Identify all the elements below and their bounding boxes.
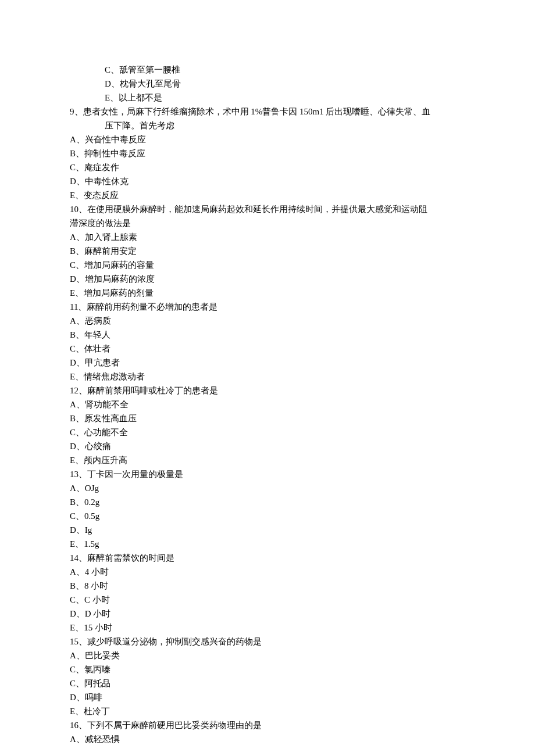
q14-stem: 14、麻醉前需禁饮的时间是 — [70, 551, 535, 565]
q13-option-e: E、1.5g — [70, 537, 535, 551]
q12-stem: 12、麻醉前禁用吗啡或杜冷丁的患者是 — [70, 384, 535, 397]
q11-stem: 11、麻醉前用药剂量不必增加的患者是 — [70, 300, 535, 314]
q11-option-a: A、恶病质 — [70, 314, 535, 328]
q13-option-c: C、0.5g — [70, 509, 535, 523]
q9-option-b: B、抑制性中毒反应 — [70, 146, 535, 160]
q14-option-b: B、8 小时 — [70, 579, 535, 593]
q15-option-a: A、巴比妥类 — [70, 648, 535, 662]
q11-option-e: E、情绪焦虑激动者 — [70, 370, 535, 384]
q9-option-c: C、庵症发作 — [70, 160, 535, 174]
q13-option-d: D、Ig — [70, 523, 535, 537]
q10-option-e: E、增加局麻药的剂量 — [70, 286, 535, 300]
q12-option-b: B、原发性高血压 — [70, 411, 535, 425]
q14-option-c: C、C 小时 — [70, 593, 535, 607]
q12-option-c: C、心功能不全 — [70, 425, 535, 439]
q15-option-b: C、氯丙嗪 — [70, 662, 535, 676]
q14-option-a: A、4 小时 — [70, 565, 535, 579]
q13-stem: 13、丁卡因一次用量的极量是 — [70, 467, 535, 481]
q11-option-b: B、年轻人 — [70, 328, 535, 342]
q13-option-a: A、OJg — [70, 481, 535, 495]
q14-option-e: E、15 小时 — [70, 621, 535, 635]
q10-option-c: C、增加局麻药的容量 — [70, 258, 535, 272]
q14-option-d: D、D 小时 — [70, 607, 535, 621]
q8-option-c: C、舐管至第一腰椎 — [70, 63, 535, 77]
q10-option-d: D、增加局麻药的浓度 — [70, 272, 535, 286]
q16-stem: 16、下列不属于麻醉前硬用巴比妥类药物理由的是 — [70, 718, 535, 732]
q9-stem-line1: 9、患者女性，局麻下行纤维瘤摘除术，术中用 1%普鲁卡因 150m1 后出现嗜睡… — [70, 105, 535, 119]
q10-option-b: B、麻醉前用安定 — [70, 244, 535, 258]
document-page: C、舐管至第一腰椎 D、枕骨大孔至尾骨 E、以上都不是 9、患者女性，局麻下行纤… — [0, 0, 535, 756]
q11-option-d: D、甲亢患者 — [70, 356, 535, 370]
q10-option-a: A、加入肾上腺素 — [70, 230, 535, 244]
q15-stem: 15、减少呼吸道分泌物，抑制副交感兴奋的药物是 — [70, 635, 535, 648]
q9-option-e: E、变态反应 — [70, 188, 535, 202]
q8-option-e: E、以上都不是 — [70, 91, 535, 105]
q9-stem-line2: 压下降。首先考虑 — [70, 119, 535, 132]
q13-option-b: B、0.2g — [70, 495, 535, 509]
q11-option-c: C、体壮者 — [70, 342, 535, 356]
q15-option-e: E、杜冷丁 — [70, 704, 535, 718]
q10-stem-line1: 10、在使用硬膜外麻醉时，能加速局麻药起效和延长作用持续时间，并提供最大感觉和运… — [70, 202, 535, 216]
q8-option-d: D、枕骨大孔至尾骨 — [70, 77, 535, 91]
q10-stem-line2: 滞深度的做法是 — [70, 216, 535, 230]
q12-option-e: E、颅内压升高 — [70, 453, 535, 467]
q12-option-d: D、心绞痛 — [70, 439, 535, 453]
q16-option-a: A、减轻恐惧 — [70, 732, 535, 746]
q9-option-d: D、中毒性休克 — [70, 174, 535, 188]
q12-option-a: A、肾功能不全 — [70, 397, 535, 411]
q9-option-a: A、兴奋性中毒反应 — [70, 132, 535, 146]
q15-option-d: D、吗啡 — [70, 690, 535, 704]
q15-option-c: C、阿托品 — [70, 676, 535, 690]
